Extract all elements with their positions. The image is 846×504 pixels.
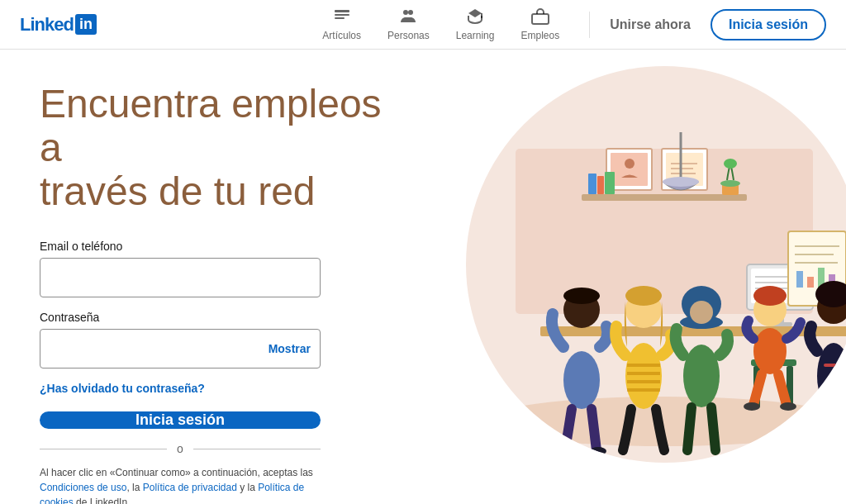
headline: Encuentra empleos a través de tu red	[40, 83, 390, 213]
svg-point-42	[563, 288, 600, 304]
svg-rect-11	[611, 153, 648, 186]
svg-point-45	[625, 343, 662, 409]
password-label: Contraseña	[40, 311, 390, 324]
svg-rect-6	[532, 14, 549, 24]
header: Linkedin Artículos Persona	[0, 0, 846, 50]
illustration-circle	[466, 66, 846, 463]
svg-rect-20	[605, 172, 615, 194]
email-label: Email o teléfono	[40, 240, 390, 253]
nav-bar: Artículos Personas Learning	[312, 0, 569, 50]
svg-point-4	[408, 10, 413, 15]
learning-icon	[465, 7, 485, 26]
email-group: Email o teléfono	[40, 240, 390, 297]
svg-rect-1	[335, 14, 349, 16]
headline-line1: Encuentra empleos a	[40, 82, 382, 169]
terms-text: Al hacer clic en «Continuar como» a cont…	[40, 465, 321, 504]
nav-item-people[interactable]: Personas	[378, 0, 440, 50]
svg-rect-18	[588, 174, 596, 194]
svg-point-12	[625, 159, 634, 169]
nav-item-articles[interactable]: Artículos	[312, 0, 371, 50]
office-illustration	[466, 66, 846, 463]
svg-point-64	[780, 402, 796, 411]
svg-rect-46	[627, 364, 660, 367]
join-button[interactable]: Unirse ahora	[596, 11, 704, 39]
signin-button[interactable]: Inicia sesión	[711, 9, 826, 40]
email-input[interactable]	[40, 258, 321, 297]
svg-point-44	[590, 447, 606, 455]
svg-point-70	[663, 177, 699, 187]
svg-rect-47	[627, 372, 660, 375]
divider-line-left	[40, 449, 167, 449]
nav-label-jobs: Empleos	[520, 30, 559, 41]
password-group: Contraseña Mostrar	[40, 311, 390, 368]
svg-rect-48	[627, 380, 660, 383]
headline-line2: través de tu red	[40, 169, 316, 213]
svg-point-3	[403, 10, 408, 15]
svg-rect-2	[335, 17, 345, 19]
svg-point-22	[720, 180, 740, 187]
logo-text: Linked	[20, 14, 74, 36]
nav-label-articles: Artículos	[322, 30, 361, 41]
logo-in: in	[75, 14, 97, 35]
svg-point-51	[625, 286, 662, 306]
svg-rect-9	[582, 194, 747, 201]
nav-item-learning[interactable]: Learning	[446, 0, 505, 50]
login-button[interactable]: Inicia sesión	[40, 411, 321, 429]
svg-rect-19	[597, 176, 604, 194]
terms-link-usage[interactable]: Condiciones de uso	[40, 482, 126, 493]
svg-point-62	[753, 286, 787, 306]
article-icon	[332, 7, 352, 26]
jobs-icon	[530, 7, 550, 26]
forgot-password-link[interactable]: ¿Has olvidado tu contraseña?	[40, 382, 390, 395]
svg-rect-49	[627, 388, 660, 392]
divider: o	[40, 442, 321, 455]
right-panel	[430, 50, 846, 504]
svg-point-43	[555, 447, 572, 455]
nav-divider	[589, 12, 590, 38]
svg-point-56	[690, 301, 713, 324]
password-wrapper: Mostrar	[40, 329, 321, 368]
nav-label-people: Personas	[387, 30, 430, 41]
svg-point-63	[744, 402, 760, 411]
people-icon	[398, 7, 418, 26]
divider-text: o	[167, 442, 193, 455]
terms-link-privacy[interactable]: Política de privacidad	[143, 482, 237, 493]
nav-label-learning: Learning	[456, 30, 495, 41]
left-panel: Encuentra empleos a través de tu red Ema…	[0, 50, 430, 504]
svg-rect-36	[807, 277, 814, 288]
main-content: Encuentra empleos a través de tu red Ema…	[0, 50, 846, 504]
logo[interactable]: Linkedin	[20, 14, 97, 36]
show-password-button[interactable]: Mostrar	[269, 342, 311, 355]
svg-point-60	[753, 328, 787, 374]
svg-rect-0	[335, 10, 349, 12]
svg-rect-35	[796, 271, 803, 288]
nav-item-jobs[interactable]: Empleos	[511, 0, 569, 50]
svg-rect-68	[824, 364, 844, 367]
svg-point-40	[563, 351, 600, 409]
svg-point-23	[724, 159, 737, 169]
divider-line-right	[193, 449, 321, 449]
